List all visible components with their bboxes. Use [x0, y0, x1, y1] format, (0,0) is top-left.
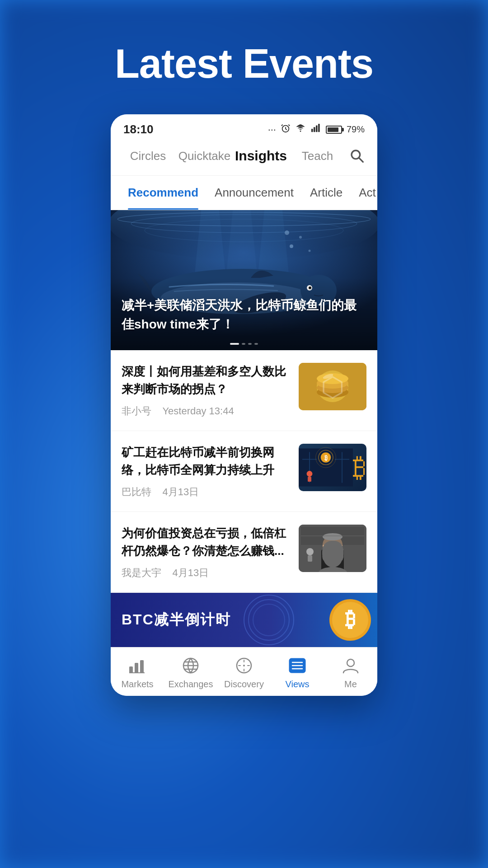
svg-point-23 — [299, 236, 302, 239]
svg-marker-48 — [330, 551, 335, 558]
svg-rect-67 — [135, 663, 138, 673]
svg-rect-56 — [308, 555, 312, 562]
hero-caption: 减半+美联储滔天洪水，比特币鲸鱼们的最佳show time来了！ — [111, 278, 377, 350]
exchange-icon — [179, 656, 202, 676]
news-time-2: 4月13日 — [162, 486, 199, 497]
page-title: Latest Events — [0, 41, 488, 87]
svg-point-54 — [335, 543, 338, 546]
svg-point-22 — [290, 244, 293, 248]
hero-image: 减半+美联储滔天洪水，比特币鲸鱼们的最佳show time来了！ — [111, 210, 377, 350]
nav-markets[interactable]: Markets — [111, 654, 164, 691]
hero-dot-1 — [230, 343, 239, 345]
person-icon — [339, 656, 362, 676]
sub-nav: Recommend Announcement Article Act — [111, 176, 377, 210]
hero-dots — [230, 343, 258, 345]
news-content-2: 矿工赶在比特币减半前切换网络，比特币全网算力持续上升 巴比特 4月13日 — [122, 444, 290, 499]
svg-text:₿: ₿ — [345, 607, 356, 631]
subnav-recommend[interactable]: Recommend — [120, 176, 206, 210]
svg-rect-4 — [316, 125, 318, 132]
nav-me[interactable]: Me — [324, 654, 377, 691]
news-thumb-2: ₿ — [299, 444, 366, 491]
news-meta-2: 巴比特 4月13日 — [122, 485, 290, 499]
svg-rect-68 — [140, 660, 144, 673]
news-item[interactable]: 矿工赶在比特币减半前切换网络，比特币全网算力持续上升 巴比特 4月13日 — [111, 431, 377, 512]
news-source-1: 非小号 — [122, 405, 151, 417]
news-item[interactable]: 深度丨如何用基差和多空人数比来判断市场的拐点？ 非小号 Yesterday 13… — [111, 350, 377, 431]
svg-rect-5 — [318, 123, 320, 131]
news-item[interactable]: 为何价值投资总在亏损，低倍杠杆仍然爆仓？你清楚怎么赚钱... 我是大宇 4月13… — [111, 512, 377, 593]
hero-dot-4 — [254, 343, 258, 345]
news-title-1: 深度丨如何用基差和多空人数比来判断市场的拐点？ — [122, 363, 290, 398]
news-meta-1: 非小号 Yesterday 13:44 — [122, 404, 290, 418]
news-content-3: 为何价值投资总在亏损，低倍杠杆仍然爆仓？你清楚怎么赚钱... 我是大宇 4月13… — [122, 525, 290, 580]
svg-point-1 — [300, 131, 301, 132]
svg-line-7 — [359, 158, 363, 162]
svg-point-51 — [327, 542, 331, 547]
svg-point-25 — [309, 250, 311, 252]
bar-chart-icon — [126, 656, 149, 676]
news-time-3: 4月13日 — [172, 567, 209, 578]
subnav-announcement[interactable]: Announcement — [206, 176, 302, 210]
news-thumb-1 — [299, 363, 366, 410]
svg-rect-46 — [321, 549, 344, 572]
svg-rect-3 — [314, 127, 315, 132]
hero-dot-2 — [242, 343, 245, 345]
svg-point-33 — [322, 373, 333, 380]
tab-teach[interactable]: Teach — [289, 145, 346, 167]
svg-point-27 — [317, 371, 348, 402]
nav-views-label: Views — [286, 679, 310, 690]
nav-markets-label: Markets — [121, 679, 153, 690]
battery-icon: 79% — [326, 124, 365, 135]
status-icons: ··· — [268, 123, 365, 136]
svg-rect-66 — [129, 666, 133, 673]
subnav-act[interactable]: Act — [351, 176, 377, 210]
svg-point-55 — [306, 548, 314, 555]
tab-insights[interactable]: Insights — [233, 145, 289, 167]
svg-point-52 — [334, 542, 338, 547]
nav-me-label: Me — [344, 679, 357, 690]
news-title-3: 为何价值投资总在亏损，低倍杠杆仍然爆仓？你清楚怎么赚钱... — [122, 525, 290, 560]
top-nav: Circles Quicktake Insights Teach — [111, 141, 377, 176]
svg-rect-26 — [299, 363, 366, 410]
tab-circles[interactable]: Circles — [120, 145, 176, 167]
svg-point-31 — [317, 378, 348, 389]
status-bar: 18:10 ··· — [111, 114, 377, 141]
svg-point-80 — [347, 659, 354, 666]
svg-point-28 — [321, 375, 344, 398]
news-source-2: 巴比特 — [122, 486, 151, 497]
signal-bars-icon — [310, 123, 321, 136]
svg-text:₿: ₿ — [324, 454, 328, 461]
alarm-icon — [281, 123, 291, 136]
wifi-icon — [295, 123, 306, 136]
nav-views[interactable]: Views — [271, 654, 324, 691]
phone-shell: 18:10 ··· — [111, 114, 377, 696]
status-time: 18:10 — [123, 122, 154, 136]
svg-point-24 — [285, 230, 289, 235]
svg-rect-44 — [308, 477, 311, 482]
news-content-1: 深度丨如何用基差和多空人数比来判断市场的拐点？ 非小号 Yesterday 13… — [122, 363, 290, 418]
btc-banner[interactable]: ₿ BTC减半倒计时 — [111, 593, 377, 647]
signal-dots-icon: ··· — [268, 124, 276, 136]
svg-point-53 — [328, 543, 330, 546]
svg-rect-2 — [311, 128, 313, 131]
news-meta-3: 我是大宇 4月13日 — [122, 566, 290, 580]
nav-discovery-label: Discovery — [224, 679, 264, 690]
hero-caption-text: 减半+美联储滔天洪水，比特币鲸鱼们的最佳show time来了！ — [122, 296, 366, 334]
battery-percent: 79% — [347, 124, 365, 135]
news-source-3: 我是大宇 — [122, 567, 161, 578]
news-title-2: 矿工赶在比特币减半前切换网络，比特币全网算力持续上升 — [122, 444, 290, 479]
list-icon — [286, 656, 309, 676]
nav-exchanges[interactable]: Exchanges — [164, 654, 217, 691]
nav-discovery[interactable]: Discovery — [217, 654, 271, 691]
svg-point-32 — [317, 373, 348, 384]
svg-point-75 — [243, 665, 245, 666]
tab-quicktake[interactable]: Quicktake — [176, 145, 233, 167]
search-button[interactable] — [346, 145, 368, 167]
news-thumb-3 — [299, 525, 366, 572]
bottom-nav: Markets Exchanges — [111, 647, 377, 696]
svg-rect-47 — [329, 549, 336, 563]
news-time-1: Yesterday 13:44 — [162, 405, 234, 417]
hero-dot-3 — [248, 343, 252, 345]
svg-point-43 — [307, 471, 313, 477]
subnav-article[interactable]: Article — [302, 176, 351, 210]
